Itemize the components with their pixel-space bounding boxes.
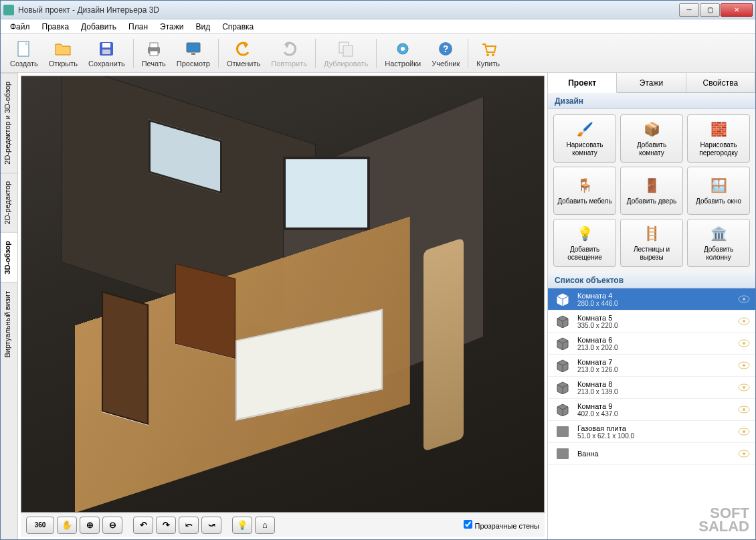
create-button[interactable]: Создать	[5, 36, 43, 71]
add-column-button[interactable]: 🏛️Добавить колонну	[687, 219, 750, 267]
draw-partition-button[interactable]: 🧱Нарисовать перегородку	[687, 114, 750, 163]
object-dimensions: 213.0 x 139.0	[577, 388, 738, 395]
add-door-button[interactable]: 🚪Добавить дверь	[620, 167, 683, 215]
3d-canvas[interactable]	[21, 76, 545, 513]
tab-properties[interactable]: Свойства	[686, 73, 755, 92]
transparent-walls-check[interactable]: Прозрачные стены	[464, 520, 539, 530]
duplicate-button[interactable]: Дублировать	[318, 36, 373, 71]
visibility-icon[interactable]	[738, 406, 750, 414]
object-name: Комната 7	[577, 358, 738, 366]
tab-project[interactable]: Проект	[548, 73, 617, 93]
objects-section-title: Список объектов	[548, 272, 755, 288]
svg-point-16	[492, 54, 494, 56]
svg-point-22	[743, 342, 745, 345]
tutorial-button[interactable]: ?Учебник	[426, 36, 465, 71]
side-tab-2d3d[interactable]: 2D-редактор и 3D-обзор	[1, 73, 17, 173]
save-button[interactable]: Сохранить	[83, 36, 130, 71]
home-button[interactable]: ⌂	[255, 517, 275, 534]
visibility-icon[interactable]	[738, 295, 750, 303]
viewport: 360 ✋ ⊕ ⊖ ↶ ↷ ⤺ ⤻ 💡 ⌂ Прозрачные стены	[18, 73, 548, 539]
undo-icon	[234, 39, 253, 58]
object-list-item[interactable]: Газовая плита51.0 x 62.1 x 100.0	[548, 421, 755, 443]
box-icon	[553, 357, 572, 373]
chair-icon: 🪑	[575, 176, 594, 195]
rotate-right-button[interactable]: ↷	[156, 517, 176, 534]
cart-icon	[479, 39, 498, 58]
settings-button[interactable]: Настройки	[379, 36, 426, 71]
door-icon: 🚪	[642, 176, 661, 195]
menu-add[interactable]: Добавить	[76, 21, 122, 33]
print-button[interactable]: Печать	[136, 36, 171, 71]
side-tab-2d[interactable]: 2D-редактор	[1, 173, 17, 232]
svg-rect-3	[102, 50, 110, 54]
object-list-item[interactable]: Комната 7213.0 x 126.0	[548, 355, 755, 377]
window-title: Новый проект - Дизайн Интерьера 3D	[18, 5, 679, 15]
menu-view[interactable]: Вид	[190, 21, 215, 33]
maximize-button[interactable]: ▢	[700, 3, 720, 17]
menu-edit[interactable]: Правка	[37, 21, 75, 33]
side-tab-virtual[interactable]: Виртуальный визит	[1, 282, 17, 366]
object-name: Комната 6	[577, 336, 738, 344]
object-list-item[interactable]: Ванна	[548, 443, 755, 465]
add-room-button[interactable]: 📦Добавить комнату	[620, 114, 683, 163]
zoom-in-button[interactable]: ⊕	[80, 517, 100, 534]
object-name: Комната 8	[577, 380, 738, 388]
redo-button[interactable]: Повторить	[266, 36, 312, 71]
object-dimensions: 213.0 x 202.0	[577, 344, 738, 351]
box-icon	[553, 313, 572, 329]
object-dimensions: 402.0 x 437.0	[577, 410, 738, 418]
tilt-up-button[interactable]: ⤺	[179, 517, 199, 534]
svg-point-20	[743, 320, 745, 323]
undo-button[interactable]: Отменить	[221, 36, 266, 71]
tilt-down-button[interactable]: ⤻	[201, 517, 221, 534]
object-list-item[interactable]: Комната 6213.0 x 202.0	[548, 333, 755, 355]
visibility-icon[interactable]	[738, 339, 750, 347]
add-lighting-button[interactable]: 💡Добавить освещение	[553, 219, 616, 267]
visibility-icon[interactable]	[738, 383, 750, 391]
add-box-icon: 📦	[642, 120, 661, 139]
object-dimensions: 280.0 x 446.0	[577, 300, 738, 307]
visibility-icon[interactable]	[738, 450, 750, 458]
close-button[interactable]: ✕	[721, 3, 753, 17]
side-tabs: 2D-редактор и 3D-обзор 2D-редактор 3D-об…	[1, 73, 18, 539]
svg-rect-7	[187, 43, 200, 52]
visibility-icon[interactable]	[738, 428, 750, 436]
box-icon	[553, 401, 572, 418]
menu-floors[interactable]: Этажи	[155, 21, 189, 33]
object-name: Ванна	[577, 450, 738, 458]
stairs-button[interactable]: 🪜Лестницы и вырезы	[620, 219, 683, 267]
object-list-item[interactable]: Комната 5335.0 x 220.0	[548, 310, 755, 333]
view-360-button[interactable]: 360	[26, 517, 54, 534]
buy-button[interactable]: Купить	[471, 36, 505, 71]
preview-button[interactable]: Просмотр	[171, 36, 215, 71]
object-list-item[interactable]: Комната 8213.0 x 139.0	[548, 377, 755, 399]
svg-point-34	[743, 452, 745, 455]
tab-floors[interactable]: Этажи	[617, 73, 686, 92]
object-name: Комната 4	[577, 292, 738, 300]
object-name: Комната 9	[577, 402, 738, 410]
right-panel: Проект Этажи Свойства Дизайн 🖌️Нарисоват…	[548, 73, 755, 539]
pan-button[interactable]: ✋	[57, 517, 77, 534]
svg-point-28	[743, 408, 745, 411]
side-tab-3d[interactable]: 3D-обзор	[1, 232, 17, 282]
light-button[interactable]: 💡	[232, 517, 252, 534]
open-button[interactable]: Открыть	[43, 36, 83, 71]
app-icon	[3, 5, 14, 15]
window-icon: 🪟	[709, 176, 728, 195]
add-furniture-button[interactable]: 🪑Добавить мебель	[553, 167, 616, 215]
minimize-button[interactable]: ─	[679, 3, 699, 17]
draw-room-button[interactable]: 🖌️Нарисовать комнату	[553, 114, 616, 163]
rotate-left-button[interactable]: ↶	[133, 517, 153, 534]
object-list-item[interactable]: Комната 4280.0 x 446.0	[548, 288, 755, 310]
separator	[376, 39, 377, 68]
object-list-item[interactable]: Комната 9402.0 x 437.0	[548, 399, 755, 421]
add-window-button[interactable]: 🪟Добавить окно	[687, 167, 750, 215]
menu-plan[interactable]: План	[123, 21, 153, 33]
menu-file[interactable]: Файл	[5, 21, 35, 33]
zoom-out-button[interactable]: ⊖	[102, 517, 122, 534]
menu-help[interactable]: Справка	[217, 21, 259, 33]
visibility-icon[interactable]	[738, 361, 750, 369]
object-list[interactable]: Комната 4280.0 x 446.0Комната 5335.0 x 2…	[548, 288, 755, 539]
visibility-icon[interactable]	[738, 317, 750, 325]
app-window: Новый проект - Дизайн Интерьера 3D ─ ▢ ✕…	[0, 0, 756, 540]
